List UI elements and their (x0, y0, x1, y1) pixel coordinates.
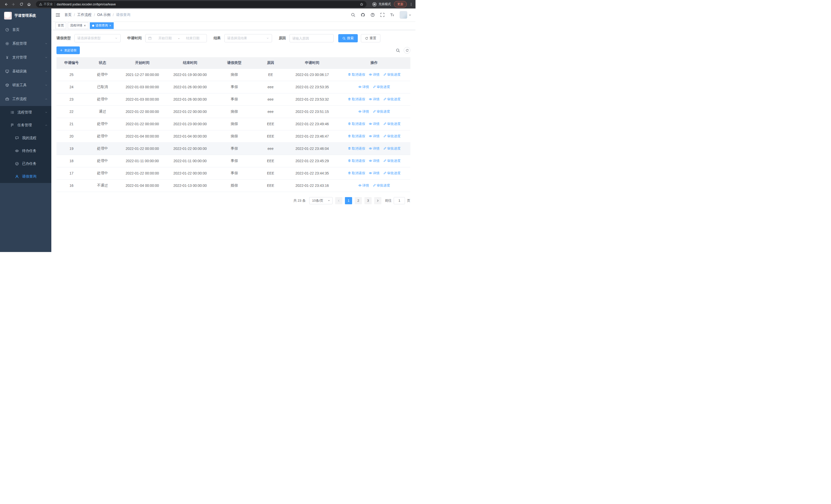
cancel-leave-link[interactable]: 取消请假 (348, 171, 365, 176)
cell-operations: 详情审批进度 (338, 106, 410, 118)
approval-progress-link[interactable]: 审批进度 (383, 158, 401, 163)
tab-close-icon[interactable]: × (109, 24, 111, 27)
approval-progress-link[interactable]: 审批进度 (383, 72, 401, 77)
cell-apply-time: 2022-01-22 23:45:29 (286, 155, 338, 167)
cell-start-time: 2022-01-04 00:00:00 (118, 130, 166, 142)
security-warning[interactable]: 不安全 (39, 2, 53, 6)
next-page-button[interactable] (374, 197, 381, 204)
sidebar-item[interactable]: 任务管理 (0, 119, 51, 131)
sidebar-item[interactable]: 基础设施 (0, 64, 51, 78)
fontsize-icon[interactable] (390, 12, 395, 17)
bookmark-star-icon[interactable] (360, 3, 364, 6)
approval-progress-link[interactable]: 审批进度 (383, 97, 401, 101)
chevron-down-icon (45, 42, 48, 45)
reason-input[interactable] (292, 36, 331, 40)
detail-link[interactable]: 详情 (369, 122, 379, 126)
cancel-leave-link[interactable]: 取消请假 (348, 134, 365, 139)
detail-link[interactable]: 详情 (358, 109, 369, 114)
cell-start-time: 2022-01-22 00:00:00 (118, 142, 166, 155)
plus-icon (60, 49, 63, 52)
browser-update-button[interactable]: 更新 (394, 1, 407, 7)
table-header-row: 申请编号状态开始时间结束时间请假类型原因申请时间操作 (56, 57, 410, 68)
table-row: 23处理中2022-01-03 00:00:002022-01-26 00:00… (56, 93, 410, 106)
sidebar-item[interactable]: 支付管理 (0, 51, 51, 64)
approval-progress-link[interactable]: 审批进度 (383, 122, 401, 126)
detail-link[interactable]: 详情 (358, 85, 369, 89)
sidebar-item[interactable]: 研发工具 (0, 78, 51, 92)
sidebar-item[interactable]: 流程管理 (0, 106, 51, 119)
question-icon[interactable] (370, 12, 375, 17)
sidebar-item[interactable]: 我的流程 (0, 131, 51, 145)
create-leave-button[interactable]: 发起请假 (56, 47, 80, 54)
approval-progress-link[interactable]: 审批进度 (383, 171, 401, 176)
browser-reload-button[interactable] (18, 1, 25, 8)
search-icon[interactable] (351, 12, 355, 17)
sidebar-item[interactable]: 已办任务 (0, 157, 51, 170)
detail-link[interactable]: 详情 (369, 134, 379, 139)
approval-progress-link[interactable]: 审批进度 (373, 183, 390, 188)
goto-page-input[interactable] (394, 197, 405, 204)
sidebar-item[interactable]: 首页 (0, 23, 51, 37)
detail-link[interactable]: 详情 (369, 97, 379, 101)
detail-link[interactable]: 详情 (369, 171, 379, 176)
page-number-button[interactable]: 2 (355, 197, 362, 204)
cell-leave-type: 病假 (214, 118, 255, 130)
fullscreen-icon[interactable] (380, 12, 385, 17)
column-header: 开始时间 (118, 57, 166, 68)
cancel-leave-link[interactable]: 取消请假 (348, 97, 365, 101)
page-number-button[interactable]: 3 (365, 197, 372, 204)
address-bar[interactable]: 不安全 dashboard.yudao.iocoder.cn/bpm/oa/le… (36, 1, 367, 7)
sidebar-item[interactable]: 系统管理 (0, 37, 51, 51)
user-menu[interactable] (400, 11, 411, 19)
hamburger-icon[interactable] (55, 12, 60, 18)
detail-link[interactable]: 详情 (369, 146, 379, 151)
detail-link[interactable]: 详情 (369, 72, 379, 77)
sidebar-item[interactable]: 工作流程 (0, 92, 51, 106)
cancel-leave-link[interactable]: 取消请假 (348, 158, 365, 163)
date-range-picker[interactable]: 开始日期 - 结束日期 (145, 34, 207, 42)
cell-id: 21 (56, 118, 86, 130)
detail-link[interactable]: 详情 (358, 183, 369, 188)
browser-home-button[interactable] (26, 1, 32, 8)
avatar (400, 11, 407, 19)
approval-progress-link[interactable]: 审批进度 (383, 146, 401, 151)
cell-apply-time: 2022-01-22 23:53:32 (286, 93, 338, 106)
browser-menu-icon[interactable] (409, 3, 413, 6)
breadcrumb-item[interactable]: OA 示例 (97, 12, 110, 17)
prev-page-button[interactable] (335, 197, 342, 204)
detail-link[interactable]: 详情 (369, 158, 379, 163)
page-size-select[interactable]: 10条/页 (309, 197, 333, 204)
tab-item[interactable]: 首页 (55, 22, 66, 29)
sidebar-logo[interactable]: 芋道管理系统 (0, 8, 51, 23)
sidebar-item[interactable]: 请假查询 (0, 170, 51, 183)
cancel-leave-link[interactable]: 取消请假 (348, 72, 365, 77)
cancel-leave-link[interactable]: 取消请假 (348, 146, 365, 151)
approval-progress-link[interactable]: 审批进度 (373, 85, 390, 89)
sidebar-item[interactable]: 待办任务 (0, 145, 51, 157)
search-button[interactable]: 搜索 (338, 34, 358, 42)
browser-back-button[interactable] (3, 1, 9, 8)
toggle-search-icon[interactable] (396, 48, 400, 53)
approval-progress-link[interactable]: 审批进度 (373, 109, 390, 114)
page-number-button[interactable]: 1 (345, 197, 352, 204)
breadcrumb-item[interactable]: 首页 (64, 12, 71, 17)
cell-start-time: 2022-01-11 00:00:00 (118, 155, 166, 167)
browser-forward-button[interactable] (10, 1, 17, 8)
github-icon[interactable] (361, 12, 365, 17)
leave-type-select[interactable]: 请选择请假类型 (75, 34, 121, 42)
breadcrumb-item[interactable]: 工作流程 (77, 12, 92, 17)
approval-progress-link[interactable]: 审批进度 (383, 134, 401, 139)
result-select[interactable]: 请选择流结果 (224, 34, 272, 42)
reset-button[interactable]: 重置 (361, 34, 380, 42)
reset-button-label: 重置 (370, 36, 376, 40)
tab-item[interactable]: 流程详情× (68, 22, 88, 29)
tab-close-icon[interactable]: × (84, 24, 86, 27)
cell-id: 17 (56, 167, 86, 179)
cancel-leave-link[interactable]: 取消请假 (348, 122, 365, 126)
tab-active[interactable]: 请假查询× (90, 22, 114, 29)
detail-link-label: 详情 (373, 97, 379, 101)
refresh-table-icon[interactable] (404, 47, 410, 54)
trash-icon (348, 135, 351, 138)
cell-operations: 详情审批进度 (338, 179, 410, 192)
approval-progress-link-label: 审批进度 (387, 72, 401, 77)
